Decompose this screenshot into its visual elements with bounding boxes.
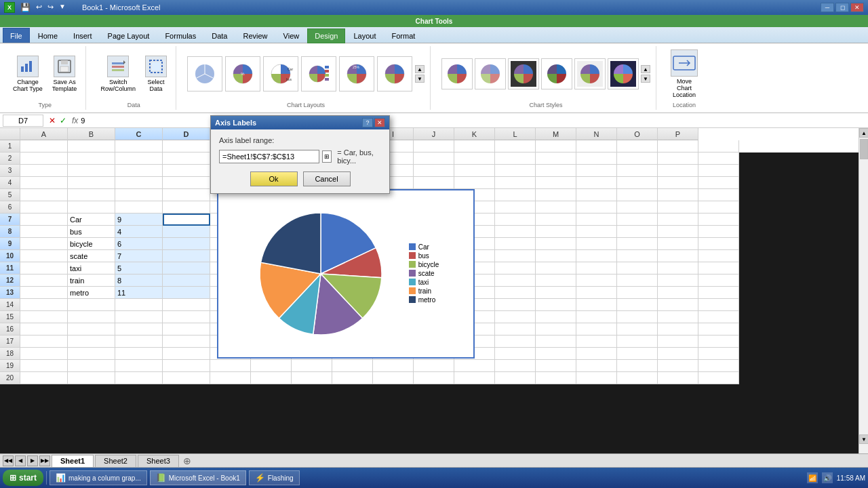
cell[interactable] [698, 214, 739, 226]
cell[interactable] [536, 262, 576, 274]
cell[interactable] [115, 201, 163, 214]
cell[interactable] [698, 348, 739, 360]
cell[interactable] [20, 348, 68, 360]
cell[interactable] [576, 201, 617, 214]
cell[interactable] [115, 348, 163, 360]
cell[interactable]: bicycle [68, 238, 115, 250]
cell[interactable] [115, 177, 163, 189]
row-number[interactable]: 10 [0, 250, 20, 262]
cell[interactable] [617, 336, 658, 348]
sheet-nav-prev[interactable]: ◀ [15, 455, 26, 466]
cell[interactable] [536, 299, 576, 311]
cell[interactable] [495, 299, 536, 311]
cell[interactable] [115, 165, 163, 177]
change-chart-type-btn[interactable]: ChangeChart Type [9, 54, 46, 94]
cell[interactable] [658, 262, 698, 274]
cell[interactable] [536, 250, 576, 262]
cell[interactable] [495, 323, 536, 336]
sheet-nav-next[interactable]: ▶ [27, 455, 38, 466]
dialog-close-btn[interactable]: ✕ [374, 118, 385, 127]
cell[interactable] [617, 226, 658, 238]
layouts-scroll-down[interactable]: ▼ [415, 75, 425, 83]
cell[interactable] [536, 360, 576, 372]
cell[interactable] [251, 360, 292, 372]
cell[interactable] [536, 323, 576, 336]
cell[interactable]: scate [68, 250, 115, 262]
cell[interactable] [163, 336, 210, 348]
row-number[interactable]: 17 [0, 336, 20, 348]
sheet-tab-sheet1[interactable]: Sheet1 [52, 455, 94, 467]
cell[interactable] [617, 201, 658, 214]
cell[interactable] [617, 287, 658, 299]
cell[interactable] [495, 360, 536, 372]
row-number[interactable]: 16 [0, 323, 20, 336]
cell[interactable] [414, 165, 454, 177]
cell[interactable]: 6 [115, 238, 163, 250]
cell[interactable] [163, 250, 210, 262]
chart-layouts-scroll[interactable]: ▲ ▼ [415, 65, 425, 83]
cell[interactable] [68, 372, 115, 384]
cell[interactable] [163, 360, 210, 372]
quick-redo[interactable]: ↪ [47, 3, 54, 12]
cell[interactable] [658, 238, 698, 250]
cell[interactable] [698, 177, 739, 189]
cell[interactable] [536, 336, 576, 348]
col-header-a[interactable]: A [20, 128, 68, 140]
cell[interactable] [658, 287, 698, 299]
cell[interactable] [536, 226, 576, 238]
row-number[interactable]: 8 [0, 226, 20, 238]
chart-layout-1[interactable] [187, 56, 222, 92]
cell[interactable] [495, 226, 536, 238]
cell[interactable] [495, 336, 536, 348]
cell[interactable] [20, 287, 68, 299]
cell[interactable]: 4 [115, 226, 163, 238]
cell[interactable] [163, 372, 210, 384]
cell[interactable]: 9 [115, 214, 163, 226]
row-number[interactable]: 12 [0, 274, 20, 287]
quick-save[interactable]: 💾 [20, 3, 31, 12]
cell[interactable] [698, 262, 739, 274]
cell[interactable] [68, 140, 115, 152]
cell[interactable] [68, 177, 115, 189]
cell[interactable] [698, 140, 739, 152]
cell[interactable] [495, 262, 536, 274]
cell[interactable] [163, 299, 210, 311]
cell[interactable] [576, 226, 617, 238]
confirm-formula-icon[interactable]: ✓ [58, 116, 68, 125]
cell[interactable] [576, 360, 617, 372]
cell[interactable] [495, 372, 536, 384]
cell[interactable] [576, 152, 617, 165]
move-chart-btn[interactable]: MoveChartLocation [667, 47, 701, 100]
tab-view[interactable]: View [276, 28, 307, 43]
cell[interactable] [698, 287, 739, 299]
row-number[interactable]: 19 [0, 360, 20, 372]
chart-style-6[interactable] [608, 58, 639, 89]
scrollbar-vertical[interactable]: ▲ ▼ [859, 128, 868, 453]
cell[interactable] [536, 372, 576, 384]
cell[interactable] [576, 177, 617, 189]
quick-undo[interactable]: ↩ [36, 3, 42, 12]
chart-area[interactable]: Carbusbicyclescatetaxitrainmetro [217, 189, 475, 359]
cell[interactable] [698, 238, 739, 250]
cell[interactable] [576, 287, 617, 299]
cell[interactable] [617, 311, 658, 323]
cell[interactable] [163, 274, 210, 287]
cell[interactable] [658, 311, 698, 323]
cell[interactable]: taxi [68, 262, 115, 274]
cell[interactable] [115, 140, 163, 152]
row-number[interactable]: 18 [0, 348, 20, 360]
cell[interactable] [20, 165, 68, 177]
cell[interactable] [163, 238, 210, 250]
sheet-tab-sheet2[interactable]: Sheet2 [95, 455, 136, 467]
cell[interactable] [163, 348, 210, 360]
taskbar-item-flashing[interactable]: ⚡ Flashing [249, 470, 300, 485]
switch-row-column-btn[interactable]: SwitchRow/Column [97, 54, 139, 94]
cell[interactable] [698, 250, 739, 262]
cell[interactable] [576, 140, 617, 152]
chart-style-3[interactable] [508, 58, 539, 89]
cell[interactable] [292, 372, 332, 384]
tab-layout[interactable]: Layout [346, 28, 383, 43]
cell[interactable] [658, 177, 698, 189]
cell[interactable] [20, 214, 68, 226]
tab-review[interactable]: Review [235, 28, 275, 43]
